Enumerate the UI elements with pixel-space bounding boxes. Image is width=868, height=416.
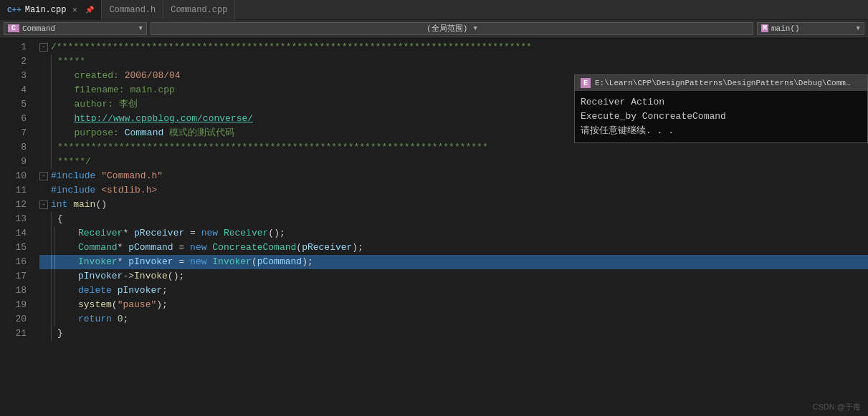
line19-system: system xyxy=(78,298,112,312)
line14-receiver: Receiver xyxy=(78,226,123,241)
line-num-1: 1 xyxy=(0,40,27,54)
line11-include: #include xyxy=(51,183,95,198)
line-num-12: 12 xyxy=(0,198,27,212)
line-num-18: 18 xyxy=(0,284,27,298)
terminal-line3: 请按任意键继续. . . xyxy=(581,124,862,138)
line-num-3: 3 xyxy=(0,69,27,83)
line-num-11: 11 xyxy=(0,183,27,198)
line-num-2: 2 xyxy=(0,54,27,69)
class-dropdown-arrow: ▼ xyxy=(139,25,143,32)
line-num-4: 4 xyxy=(0,83,27,97)
class-dropdown[interactable]: C Command ▼ xyxy=(4,22,147,35)
tab-main-cpp-close[interactable]: ✕ xyxy=(70,5,80,15)
scope-dropdown[interactable]: (全局范围) ▼ xyxy=(151,22,753,35)
line-num-14: 14 xyxy=(0,226,27,241)
line7-purpose: purpose: Command 模式的测试代码 xyxy=(57,126,234,140)
line16-invoker: Invoker xyxy=(78,255,118,269)
line6-url-prefix xyxy=(57,112,74,126)
tab-command-h[interactable]: Command.h xyxy=(102,0,163,20)
method-dropdown[interactable]: M main() ▼ xyxy=(757,22,864,35)
tab-pin-icon: 📌 xyxy=(85,6,94,14)
scope-dropdown-arrow: ▼ xyxy=(473,25,477,32)
line-num-16: 16 xyxy=(0,255,27,269)
code-line-15: Command* pCommand = new ConcreateComand(… xyxy=(39,241,868,255)
terminal-body: Receiver Action Execute_by ConcreateComa… xyxy=(575,91,867,142)
code-line-13: { xyxy=(39,212,868,226)
line5-author: author: 李创 xyxy=(57,97,138,112)
line-numbers: 1 2 3 4 5 6 7 8 9 10 11 12 13 14 15 16 1… xyxy=(0,37,32,416)
line-num-21: 21 xyxy=(0,326,27,341)
code-line-10: - #include "Command.h" xyxy=(39,169,868,183)
code-line-17: pInvoker->Invoke(); xyxy=(39,269,868,284)
tab-command-cpp-label: Command.cpp xyxy=(171,5,227,15)
tab-bar: C++ Main.cpp ✕ 📌 Command.h Command.cpp xyxy=(0,0,868,20)
line-num-13: 13 xyxy=(0,212,27,226)
line12-int: int xyxy=(51,198,67,212)
watermark: CSDN @于毒 xyxy=(813,402,861,412)
line-num-19: 19 xyxy=(0,298,27,312)
line12-main: main xyxy=(73,198,95,212)
line-num-7: 7 xyxy=(0,126,27,140)
tab-main-cpp-label: Main.cpp xyxy=(25,5,67,15)
line17-pinvoker: pInvoker xyxy=(78,269,123,284)
code-line-20: return 0; xyxy=(39,312,868,326)
method-icon: M xyxy=(761,24,768,32)
class-label: Command xyxy=(22,24,55,33)
line9-stars: *****/ xyxy=(57,155,91,169)
terminal-titlebar: E E:\Learn\CPP\DesignPatterns\DesignPatt… xyxy=(575,75,867,91)
line18-delete: delete xyxy=(78,284,112,298)
tab-command-h-label: Command.h xyxy=(109,5,156,15)
code-line-18: delete pInvoker; xyxy=(39,284,868,298)
terminal-line1: Receiver Action xyxy=(581,95,862,110)
tab-main-cpp[interactable]: C++ Main.cpp ✕ 📌 xyxy=(0,0,102,20)
terminal-line2: Execute_by ConcreateComand xyxy=(581,110,862,124)
line3-created: created: 2006/08/04 xyxy=(57,69,181,83)
scope-label: (全局范围) xyxy=(426,23,467,34)
line-num-10: 10 xyxy=(0,169,27,183)
tab-command-cpp[interactable]: Command.cpp xyxy=(163,0,235,20)
editor-area: 1 2 3 4 5 6 7 8 9 10 11 12 13 14 15 16 1… xyxy=(0,37,868,416)
line-num-8: 8 xyxy=(0,140,27,155)
line-num-9: 9 xyxy=(0,155,27,169)
collapse-10[interactable]: - xyxy=(39,172,48,180)
line-num-17: 17 xyxy=(0,269,27,284)
line10-include: #include xyxy=(51,169,95,183)
terminal-overlay: E E:\Learn\CPP\DesignPatterns\DesignPatt… xyxy=(574,74,868,143)
method-dropdown-arrow: ▼ xyxy=(857,25,860,32)
line-num-6: 6 xyxy=(0,112,27,126)
line10-include-file: "Command.h" xyxy=(101,169,163,183)
code-line-9: *****/ xyxy=(39,155,868,169)
cpp-icon: C++ xyxy=(7,6,22,14)
collapse-12[interactable]: - xyxy=(39,200,48,209)
line4-filename: filename: main.cpp xyxy=(57,83,175,97)
class-icon: C xyxy=(8,24,19,32)
code-line-1: - /*************************************… xyxy=(39,40,868,54)
line2-stars: ***** xyxy=(57,54,85,69)
line21-close-brace: } xyxy=(57,326,63,341)
line-num-5: 5 xyxy=(0,97,27,112)
line8-stars: ****************************************… xyxy=(57,140,488,155)
line12-parens: () xyxy=(95,198,107,212)
line11-include-file: <stdlib.h> xyxy=(101,183,157,198)
code-line-14: Receiver* pReceiver = new Receiver(); xyxy=(39,226,868,241)
code-line-12: - int main() xyxy=(39,198,868,212)
code-line-2: ***** xyxy=(39,54,868,69)
terminal-title: E:\Learn\CPP\DesignPatterns\DesignPatter… xyxy=(595,79,853,87)
code-line-21: } xyxy=(39,326,868,341)
line6-url: http://www.cppblog.com/converse/ xyxy=(74,112,253,126)
collapse-1[interactable]: - xyxy=(39,43,48,52)
line1-stars: /***************************************… xyxy=(51,40,532,54)
line20-return: return xyxy=(78,312,112,326)
line-num-15: 15 xyxy=(0,241,27,255)
terminal-icon: E xyxy=(581,78,591,88)
code-line-19: system("pause"); xyxy=(39,298,868,312)
code-line-16: Invoker* pInvoker = new Invoker(pCommand… xyxy=(39,255,868,269)
nav-bar: C Command ▼ (全局范围) ▼ M main() ▼ xyxy=(0,20,868,37)
method-label: main() xyxy=(771,24,800,33)
code-line-11: #include <stdlib.h> xyxy=(39,183,868,198)
line-num-20: 20 xyxy=(0,312,27,326)
line15-command: Command xyxy=(78,241,118,255)
line13-brace: { xyxy=(57,212,63,226)
